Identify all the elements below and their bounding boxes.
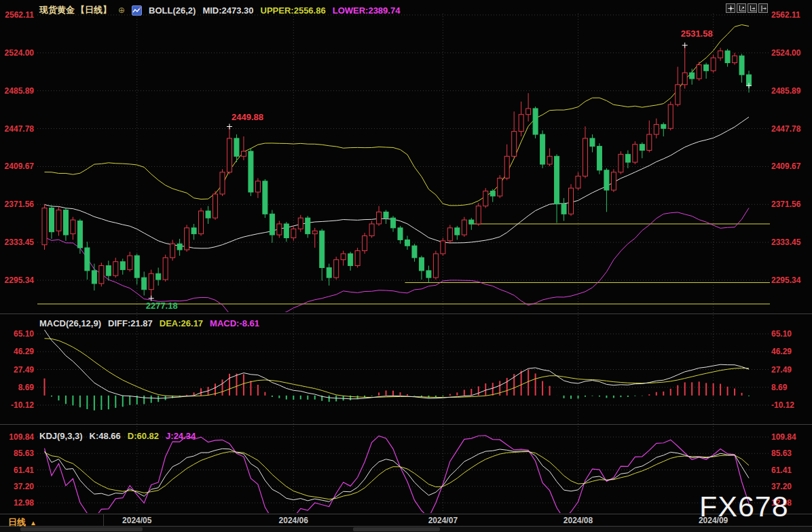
axis-tick-label-right: 61.41 <box>771 466 812 475</box>
axis-tick-label-left: 2562.11 <box>0 10 34 20</box>
boll-lower-value: LOWER:2389.74 <box>333 5 401 16</box>
separator-macd-kdj <box>0 424 812 425</box>
macd-macd-value: MACD:-8.61 <box>210 318 259 328</box>
axis-tick-label-right: 46.29 <box>771 347 812 356</box>
axis-tick-label-left: 2447.78 <box>0 124 34 134</box>
axis-tick-label-right: 2485.89 <box>771 86 812 96</box>
axis-tick-label-left: -10.12 <box>0 400 34 410</box>
pan-tool-button[interactable] <box>726 3 735 13</box>
axis-tick-label-right: 8.69 <box>771 383 812 392</box>
chart-toolbar <box>726 3 768 13</box>
axis-tick-label-left: 2371.56 <box>0 200 34 209</box>
kdj-j-value: J:24.34 <box>166 431 196 441</box>
main-chart-canvas[interactable]: 2449.882531.582277.18 <box>0 0 812 532</box>
chart-root: 2449.882531.582277.18 现货黄金 【日线】 ⊕ BOLL(2… <box>0 0 812 532</box>
axis-tick-label-right: 2409.67 <box>771 162 812 171</box>
kdj-label: KDJ(9,3,3) <box>39 431 83 441</box>
axis-tick-label-right: 109.84 <box>771 432 812 442</box>
scrollbar-handle[interactable] <box>353 527 440 531</box>
indicator-icon[interactable] <box>132 5 142 16</box>
horizontal-scrollbar[interactable] <box>0 527 812 532</box>
axis-tick-label-right: 2295.34 <box>771 276 812 285</box>
axis-tick-label-right: 65.10 <box>771 329 812 339</box>
chevron-up-icon: ▲ <box>30 519 37 527</box>
bottom-bar <box>0 514 812 527</box>
boll-mid-value: MID:2473.30 <box>202 5 253 16</box>
macd-label: MACD(26,12,9) <box>39 318 101 328</box>
link-icon[interactable]: ⊕ <box>118 5 125 15</box>
axis-tick-label-left: 46.29 <box>0 347 34 356</box>
separator-main-macd <box>0 314 812 314</box>
axis-tick-label-left: 2333.45 <box>0 238 34 247</box>
kdj-k-value: K:48.66 <box>90 431 121 441</box>
boll-upper-value: UPPER:2556.86 <box>261 5 326 16</box>
period-label: 【日线】 <box>76 4 111 16</box>
watermark: FX678 <box>699 490 789 523</box>
zoom-y-axis-button[interactable] <box>737 3 746 13</box>
axis-tick-label-left: 37.20 <box>0 482 34 491</box>
axis-tick-label-left: 2295.34 <box>0 276 34 285</box>
tab-divider <box>103 514 104 526</box>
period-tab-daily[interactable]: 日线 ▲ <box>4 516 41 529</box>
price-annotation: 2531.58 <box>681 28 713 39</box>
macd-header: MACD(26,12,9) DIFF:21.87 DEA:26.17 MACD:… <box>39 318 259 328</box>
macd-diff-value: DIFF:21.87 <box>108 318 153 328</box>
axis-tick-label-left: 2409.67 <box>0 162 34 171</box>
chart-header: 现货黄金 【日线】 ⊕ BOLL(26,2) MID:2473.30 UPPER… <box>39 4 400 16</box>
axis-tick-label-right: 2447.78 <box>771 124 812 134</box>
axis-tick-label-left: 8.69 <box>0 383 34 392</box>
axis-tick-label-right: 2371.56 <box>771 200 812 209</box>
axis-tick-label-right: -10.12 <box>771 400 812 410</box>
axis-tick-label-right: 27.49 <box>771 365 812 375</box>
kdj-d-value: D:60.82 <box>128 431 159 441</box>
zoom-x-axis-button[interactable] <box>748 3 757 13</box>
axis-tick-label-right: 85.63 <box>771 449 812 458</box>
axis-tick-label-left: 12.98 <box>0 498 34 508</box>
axis-tick-label-left: 85.63 <box>0 449 34 458</box>
scroll-to-latest-button[interactable] <box>758 3 768 13</box>
axis-tick-label-right: 2333.45 <box>771 238 812 247</box>
period-tab-label: 日线 <box>8 516 26 529</box>
boll-label: BOLL(26,2) <box>149 5 196 16</box>
kdj-header: KDJ(9,3,3) K:48.66 D:60.82 J:24.34 <box>39 431 196 441</box>
axis-tick-label-right: 2524.00 <box>771 48 812 58</box>
price-annotation: 2449.88 <box>232 112 263 122</box>
price-annotation: 2277.18 <box>146 301 178 311</box>
axis-tick-label-left: 109.84 <box>0 432 34 442</box>
axis-tick-label-right: 2562.11 <box>771 10 812 20</box>
axis-tick-label-left: 65.10 <box>0 329 34 339</box>
axis-tick-label-left: 2485.89 <box>0 86 34 96</box>
axis-tick-label-left: 2524.00 <box>0 48 34 58</box>
symbol-name: 现货黄金 <box>39 4 75 16</box>
axis-tick-label-left: 27.49 <box>0 365 34 375</box>
axis-tick-label-left: 61.41 <box>0 466 34 475</box>
macd-dea-value: DEA:26.17 <box>160 318 203 328</box>
